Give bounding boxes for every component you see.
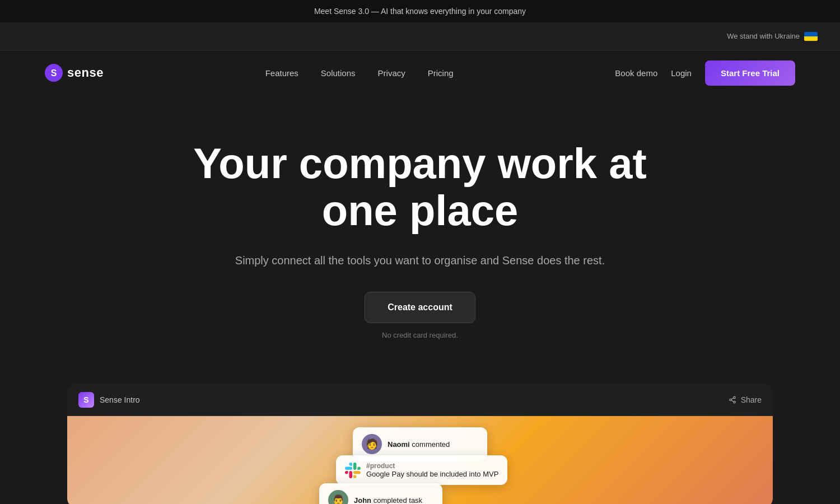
video-sense-icon: S: [78, 392, 94, 408]
hero-title: Your company work at one place: [168, 140, 672, 234]
hero-subtitle: Simply connect all the tools you want to…: [224, 251, 616, 269]
video-preview: S Sense Intro Share 🧑 Naomi commented: [67, 384, 773, 504]
nav-features[interactable]: Features: [265, 68, 298, 78]
start-free-trial-button[interactable]: Start Free Trial: [705, 60, 795, 86]
john-notification-text: John completed task: [354, 496, 422, 504]
sense-logo-icon: S: [45, 64, 63, 82]
video-logo-area: S Sense Intro: [78, 392, 140, 408]
no-credit-text: No credit card required.: [22, 331, 818, 339]
announcement-text: Meet Sense 3.0 — AI that knows everythin…: [314, 7, 526, 16]
product-notification-content: #product Google Pay should be included i…: [366, 462, 498, 478]
product-notification-text: Google Pay should be included into MVP: [366, 470, 498, 478]
main-nav: Features Solutions Privacy Pricing: [265, 68, 454, 78]
svg-line-5: [731, 400, 734, 402]
john-avatar: 👨: [328, 490, 348, 504]
announcement-bar: Meet Sense 3.0 — AI that knows everythin…: [0, 0, 840, 22]
svg-line-6: [731, 398, 734, 399]
login-button[interactable]: Login: [671, 68, 692, 78]
ukraine-flag-icon: [804, 32, 818, 41]
video-title: Sense Intro: [100, 395, 140, 404]
ukraine-banner: We stand with Ukraine: [0, 22, 840, 50]
notification-john: 👨 John completed task: [319, 483, 442, 504]
video-share-button[interactable]: Share: [729, 395, 762, 404]
header: S sense Features Solutions Privacy Prici…: [0, 50, 840, 95]
hero-section: Your company work at one place Simply co…: [0, 95, 840, 373]
create-account-button[interactable]: Create account: [365, 292, 475, 323]
hero-cta-area: Create account No credit card required.: [22, 292, 818, 339]
naomi-avatar: 🧑: [362, 434, 382, 454]
slack-icon: [345, 463, 361, 478]
nav-privacy[interactable]: Privacy: [378, 68, 405, 78]
logo[interactable]: S sense: [45, 64, 104, 82]
svg-point-4: [733, 402, 735, 404]
nav-pricing[interactable]: Pricing: [428, 68, 454, 78]
book-demo-link[interactable]: Book demo: [615, 68, 657, 78]
notification-product: #product Google Pay should be included i…: [336, 455, 507, 485]
video-header: S Sense Intro Share: [67, 384, 773, 416]
ukraine-support-text: We stand with Ukraine: [727, 32, 818, 41]
svg-text:S: S: [51, 68, 57, 78]
nav-solutions[interactable]: Solutions: [321, 68, 356, 78]
share-icon: [729, 396, 736, 404]
nav-actions: Book demo Login Start Free Trial: [615, 60, 795, 86]
svg-point-2: [733, 396, 735, 399]
video-content: 🧑 Naomi commented #product Google Pay sh…: [67, 416, 773, 504]
svg-point-3: [729, 399, 731, 401]
logo-text: sense: [67, 66, 104, 80]
naomi-notification-text: Naomi commented: [388, 440, 450, 449]
